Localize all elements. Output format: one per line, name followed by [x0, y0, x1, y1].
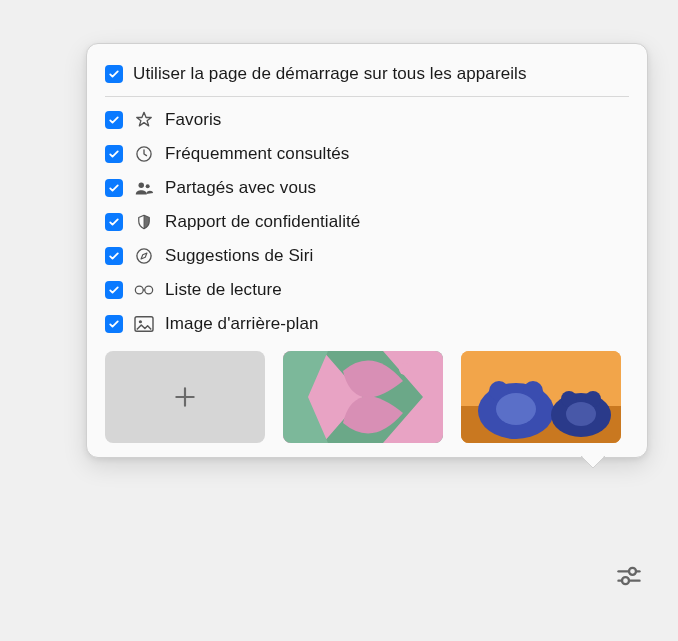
- option-background-label: Image d'arrière-plan: [165, 314, 319, 334]
- option-rapport-label: Rapport de confidentialité: [165, 212, 360, 232]
- svg-point-7: [139, 320, 142, 323]
- startpage-settings-popover: Utiliser la page de démarrage sur tous l…: [86, 43, 648, 458]
- clock-icon: [133, 143, 155, 165]
- option-lecture-label: Liste de lecture: [165, 280, 282, 300]
- svg-point-4: [135, 286, 143, 294]
- option-lecture-checkbox[interactable]: [105, 281, 123, 299]
- background-thumbnail-bears[interactable]: [461, 351, 621, 443]
- checkmark-icon: [108, 250, 120, 262]
- butterfly-art-icon: [283, 351, 443, 443]
- glasses-icon: [133, 279, 155, 301]
- use-on-all-devices-row: Utiliser la page de démarrage sur tous l…: [105, 58, 629, 90]
- sliders-icon: [615, 562, 643, 590]
- checkmark-icon: [108, 318, 120, 330]
- checkmark-icon: [108, 284, 120, 296]
- option-background-checkbox[interactable]: [105, 315, 123, 333]
- add-background-button[interactable]: [105, 351, 265, 443]
- option-favoris-checkbox[interactable]: [105, 111, 123, 129]
- svg-point-3: [137, 249, 151, 263]
- compass-icon: [133, 245, 155, 267]
- option-frequemment-row: Fréquemment consultés: [105, 137, 629, 171]
- option-frequemment-checkbox[interactable]: [105, 145, 123, 163]
- option-partages-row: Partagés avec vous: [105, 171, 629, 205]
- option-background-row: Image d'arrière-plan: [105, 307, 629, 341]
- settings-toggle-button[interactable]: [612, 559, 646, 593]
- use-on-all-devices-label: Utiliser la page de démarrage sur tous l…: [133, 64, 527, 84]
- option-siri-checkbox[interactable]: [105, 247, 123, 265]
- checkmark-icon: [108, 148, 120, 160]
- checkmark-icon: [108, 114, 120, 126]
- svg-point-15: [496, 393, 536, 425]
- option-favoris-label: Favoris: [165, 110, 221, 130]
- option-siri-label: Suggestions de Siri: [165, 246, 313, 266]
- svg-point-24: [622, 577, 629, 584]
- option-favoris-row: Favoris: [105, 103, 629, 137]
- option-rapport-row: Rapport de confidentialité: [105, 205, 629, 239]
- divider: [105, 96, 629, 97]
- svg-point-2: [146, 184, 150, 188]
- star-icon: [133, 109, 155, 131]
- background-thumbnail-butterfly[interactable]: [283, 351, 443, 443]
- option-rapport-checkbox[interactable]: [105, 213, 123, 231]
- use-on-all-devices-checkbox[interactable]: [105, 65, 123, 83]
- people-icon: [133, 177, 155, 199]
- option-partages-checkbox[interactable]: [105, 179, 123, 197]
- svg-point-22: [629, 568, 636, 575]
- checkmark-icon: [108, 216, 120, 228]
- shield-icon: [133, 211, 155, 233]
- checkmark-icon: [108, 68, 120, 80]
- svg-point-1: [139, 183, 145, 189]
- bears-art-icon: [461, 351, 621, 443]
- option-lecture-row: Liste de lecture: [105, 273, 629, 307]
- svg-point-5: [145, 286, 153, 294]
- plus-icon: [172, 384, 198, 410]
- svg-point-19: [566, 402, 596, 426]
- image-icon: [133, 313, 155, 335]
- option-partages-label: Partagés avec vous: [165, 178, 316, 198]
- background-thumbnail-row: [105, 351, 629, 443]
- svg-point-9: [399, 363, 411, 375]
- option-frequemment-label: Fréquemment consultés: [165, 144, 349, 164]
- option-siri-row: Suggestions de Siri: [105, 239, 629, 273]
- checkmark-icon: [108, 182, 120, 194]
- popover-tail-icon: [581, 456, 605, 468]
